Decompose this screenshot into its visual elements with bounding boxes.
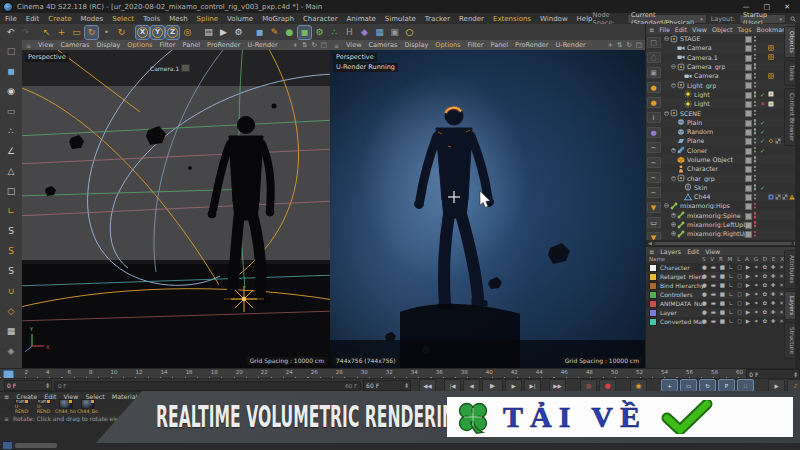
layer-toggle-icon[interactable]: ▶ — [746, 308, 750, 317]
layer-color-chip[interactable] — [649, 273, 657, 281]
viewport-menu-item[interactable]: U-Render — [248, 41, 278, 49]
expander-icon[interactable] — [678, 92, 683, 97]
enable-checkbox[interactable] — [745, 64, 752, 71]
zoom-view-icon[interactable]: ⇅ — [617, 41, 622, 49]
object-tree-row[interactable]: Volume Object — [661, 155, 796, 164]
x-axis-lock-icon[interactable]: X — [136, 26, 149, 39]
coordinates-icon[interactable] — [2, 441, 13, 450]
expander-icon[interactable] — [664, 111, 669, 116]
trash-icon[interactable]: ▭ — [647, 217, 661, 228]
layer-toggle-icon[interactable]: ▬ — [711, 290, 716, 299]
menu-item[interactable]: Volume — [227, 15, 253, 23]
separator[interactable] — [196, 26, 200, 39]
menu-item[interactable]: Edit — [26, 15, 40, 23]
redo-icon[interactable]: ↷ — [19, 26, 32, 39]
layer-toggle-icon[interactable]: ● — [702, 299, 707, 308]
layer-toggle-icon[interactable]: ● — [702, 281, 707, 290]
menu-item[interactable]: Simulate — [385, 15, 416, 23]
snap-mode-icon[interactable]: S — [4, 263, 19, 278]
layer-toggle-icon[interactable]: ✿ — [762, 263, 767, 272]
model-mode-icon[interactable]: ◼ — [4, 63, 19, 78]
expander-icon[interactable] — [678, 194, 683, 199]
layer-toggle-icon[interactable]: ✦ — [754, 308, 759, 317]
layer-toggle-icon[interactable]: ✿ — [762, 281, 767, 290]
layer-toggle-icon[interactable]: ✚ — [771, 272, 776, 281]
layer-toggle-icon[interactable]: ▶ — [746, 317, 750, 326]
state-icon[interactable] — [760, 183, 765, 192]
visibility-dots[interactable] — [754, 73, 756, 75]
visibility-dots[interactable] — [754, 63, 756, 65]
state-icon[interactable] — [760, 136, 765, 145]
layer-toggle-icon[interactable]: ■ — [720, 308, 725, 317]
viewport-menu-item[interactable]: Filter — [159, 41, 175, 49]
layer-toggle-icon[interactable]: ▬ — [711, 317, 716, 326]
layer-toggle-icon[interactable]: ✦ — [754, 272, 759, 281]
layer-toggle-icon[interactable]: ✿ — [762, 317, 767, 326]
layers-menu-item[interactable]: View — [705, 248, 720, 255]
move-tool-icon[interactable]: + — [55, 26, 68, 39]
close-button[interactable]: ✕ — [784, 3, 790, 11]
layer-toggle-icon[interactable]: ■ — [720, 317, 725, 326]
visibility-dots[interactable] — [754, 119, 756, 121]
layer-toggle-icon[interactable]: ∟ — [729, 281, 734, 290]
layer-toggle-icon[interactable]: ▬ — [711, 263, 716, 272]
spline-wave-icon[interactable]: ~ — [647, 172, 661, 183]
simulate-grid-icon[interactable]: ▦ — [373, 26, 386, 39]
expander-icon[interactable] — [671, 222, 676, 227]
layer-toggle-icon[interactable]: ∟ — [729, 290, 734, 299]
edges-mode-icon[interactable]: ∠ — [4, 143, 19, 158]
layer-toggle-icon[interactable]: ▶ — [746, 272, 750, 281]
object-manager-menu-item[interactable]: Tags — [738, 26, 752, 33]
layer-toggle-icon[interactable]: ✿ — [762, 290, 767, 299]
layer-toggle-icon[interactable]: ▬ — [711, 308, 716, 317]
layer-toggle-icon[interactable]: ● — [702, 308, 707, 317]
enable-checkbox[interactable] — [745, 203, 752, 210]
enable-checkbox[interactable] — [745, 45, 752, 52]
undo-icon[interactable]: ↶ — [4, 26, 17, 39]
rotate-view-icon[interactable]: ↻ — [311, 41, 316, 49]
minimize-button[interactable]: — — [743, 3, 750, 11]
live-selection-icon[interactable]: ↖ — [40, 26, 53, 39]
mesh-grid-icon[interactable]: ◇ — [4, 303, 19, 318]
layer-toggle-icon[interactable]: ∟ — [729, 317, 734, 326]
enable-checkbox[interactable] — [745, 213, 752, 220]
coordinate-system-icon[interactable]: ◎ — [181, 26, 194, 39]
layer-toggle-icon[interactable]: ◻ — [737, 299, 742, 308]
visibility-dots[interactable] — [754, 82, 756, 84]
spinner-arrows-icon[interactable]: ▲▼ — [794, 372, 797, 377]
object-tree-row[interactable]: Random — [661, 127, 796, 136]
render-view-icon[interactable]: ▤ — [202, 26, 215, 39]
visibility-dots[interactable] — [754, 194, 756, 196]
viewport-menu-item[interactable]: ProRender — [207, 41, 240, 49]
object-tree-row[interactable]: Light — [661, 99, 796, 108]
layers-menu-item[interactable]: Edit — [687, 248, 699, 255]
visibility-dots[interactable] — [754, 101, 756, 103]
expander-icon[interactable] — [678, 73, 683, 78]
viewport-menu-item[interactable]: U-Render — [556, 41, 586, 49]
expander-icon[interactable] — [664, 203, 669, 208]
target-tag-icon[interactable] — [768, 54, 774, 60]
om-ball-tool-icon[interactable]: ● — [647, 127, 661, 138]
layer-color-chip[interactable] — [649, 291, 657, 299]
enable-checkbox[interactable] — [745, 148, 752, 155]
viewport-menu-item[interactable]: Cameras — [60, 41, 89, 49]
weight-tag-icon[interactable] — [768, 194, 774, 200]
layer-toggle-icon[interactable]: ● — [702, 263, 707, 272]
texture-mode-icon[interactable]: ◉ — [4, 83, 19, 98]
layer-row[interactable]: Retarget_Hierarchy ●▬■∟◻▶✦✿✚✕ — [646, 272, 796, 281]
viewport-menu-item[interactable]: View — [38, 41, 53, 49]
layer-toggle-icon[interactable]: ● — [702, 290, 707, 299]
panel-menu-icon[interactable]: ≡ — [26, 42, 31, 49]
layer-row[interactable]: Character ●▬■∟◻▶✦✿✚✕ — [646, 263, 796, 272]
layer-toggle-icon[interactable]: ∟ — [729, 299, 734, 308]
expander-icon[interactable] — [678, 101, 683, 106]
wireframe-viewport[interactable]: ≡ ViewCamerasDisplayOptionsFilterPanelPr… — [22, 40, 330, 368]
layer-toggle-icon[interactable]: ◻ — [737, 308, 742, 317]
generator-icon[interactable]: ⚙ — [313, 26, 326, 39]
add-cube-icon[interactable]: ◼ — [253, 26, 266, 39]
node-space-select[interactable]: Current (Standard/Physical) ▾ — [627, 14, 707, 24]
state-icon[interactable] — [760, 99, 765, 108]
menu-item[interactable]: Mesh — [169, 15, 187, 23]
enable-checkbox[interactable] — [745, 101, 752, 108]
z-axis-lock-icon[interactable]: Z — [166, 26, 179, 39]
